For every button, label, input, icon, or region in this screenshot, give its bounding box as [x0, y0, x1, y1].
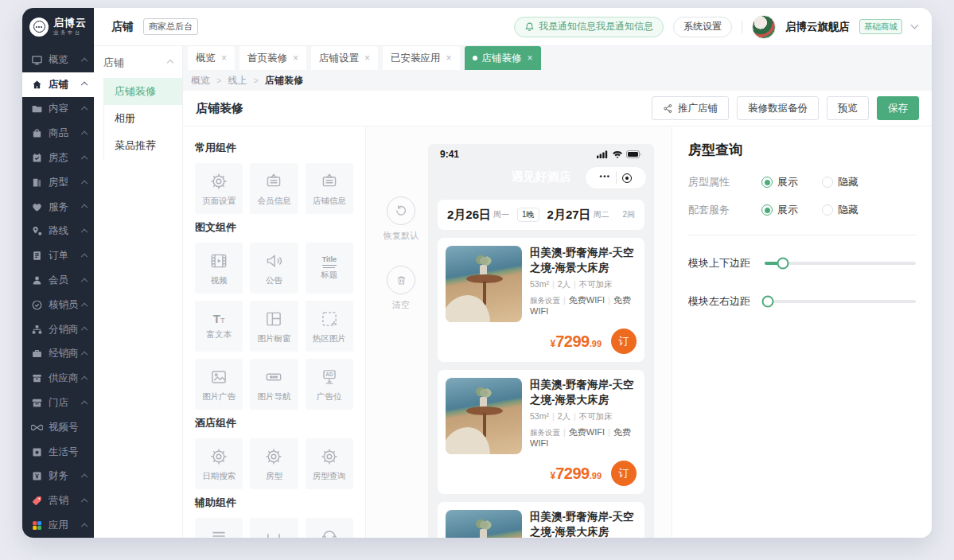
room-card[interactable]: 田美澳-野奢海岸-天空之境-海景大床房 53m²|2人|不可加床 服务设置|免费… — [438, 238, 644, 362]
book-button[interactable]: 订 — [611, 461, 637, 486]
sidebar-item-route[interactable]: 路线 — [22, 220, 94, 244]
sidebar-item-distributors[interactable]: 分销商 — [22, 317, 94, 342]
save-button[interactable]: 保存 — [877, 96, 919, 120]
tab-overview[interactable]: 概览× — [188, 46, 235, 70]
nights-pill: 1晚 — [517, 208, 539, 222]
brand-logo-icon — [29, 18, 49, 37]
radio-hide[interactable]: 隐藏 — [822, 203, 859, 217]
sidebar-item-stores[interactable]: 门店 — [22, 391, 94, 415]
book-button[interactable]: 订 — [611, 329, 637, 354]
avatar[interactable] — [752, 15, 776, 39]
room-card[interactable]: 田美澳-野奢海岸-天空之境-海景大床房 53m²|2人|不可加床 服务设置|免费… — [438, 370, 644, 494]
sidebar-item-room-type[interactable]: 房型 — [22, 170, 94, 195]
component-image-window[interactable]: 图片橱窗 — [250, 301, 298, 352]
option-label: 配套服务 — [688, 203, 761, 217]
tab-installed-apps[interactable]: 已安装应用× — [383, 46, 460, 70]
promote-shop-button[interactable]: 推广店铺 — [652, 96, 729, 120]
component-palette: 常用组件 页面设置 会员信息 — [183, 126, 366, 538]
sidebar-item-verifier[interactable]: 核销员 — [22, 293, 94, 317]
sidebar-item-content[interactable]: 内容 — [22, 97, 94, 122]
nav-dots-icon — [263, 367, 284, 387]
component-title[interactable]: Title 标题 — [306, 243, 353, 294]
component-date-search[interactable]: 日期搜索 — [195, 438, 243, 489]
sidebar-item-life-account[interactable]: 生活号 — [22, 440, 94, 465]
store-type-badge: 基础商城 — [859, 19, 902, 34]
finance-icon — [31, 470, 43, 482]
sidebar-item-video-channel[interactable]: 视频号 — [22, 415, 94, 440]
tab-shop-decoration[interactable]: 店铺装修× — [465, 46, 541, 70]
section-title: 酒店组件 — [195, 416, 353, 430]
close-icon[interactable]: × — [446, 52, 452, 64]
section-title: 图文组件 — [195, 220, 353, 235]
sidebar-item-suppliers[interactable]: 供应商 — [22, 366, 94, 391]
room-card[interactable]: 田美澳-野奢海岸-天空之境-海景大床房 53m²|2人|不可加床 服务设置|免费… — [438, 502, 644, 538]
sidebar-item-orders[interactable]: 订单 — [22, 243, 94, 268]
close-icon[interactable]: × — [364, 52, 370, 64]
badge-icon — [319, 171, 340, 192]
component-page-settings[interactable]: 页面设置 — [195, 163, 243, 214]
component-helper-blank[interactable]: 辅助空白 — [250, 518, 298, 538]
restore-default-button[interactable]: 恢复默认 — [384, 196, 419, 242]
brand-tagline: 业务中台 — [53, 30, 87, 36]
battery-icon — [626, 150, 642, 158]
component-video[interactable]: 视频 — [195, 243, 243, 294]
radio-show[interactable]: 展示 — [761, 203, 798, 217]
channels-icon — [31, 422, 43, 434]
gear-icon — [319, 446, 340, 467]
vertical-margin-slider[interactable] — [765, 262, 916, 265]
submenu-item-shop-decoration[interactable]: 店铺装修 — [104, 78, 182, 105]
chevron-down-icon[interactable] — [911, 21, 919, 29]
slider-label: 模块左右边距 — [688, 294, 765, 309]
component-member-info[interactable]: 会员信息 — [250, 163, 298, 214]
slider-knob[interactable] — [777, 258, 789, 270]
sidebar-item-goods[interactable]: 商品 — [22, 121, 94, 146]
close-icon[interactable]: × — [528, 52, 533, 64]
notification-pill[interactable]: 我是通知信息我是通知信息 — [514, 17, 664, 37]
submenu-header[interactable]: 店铺 — [94, 46, 182, 78]
phone-preview: 9:41 遇见好酒店 ••• — [428, 144, 654, 538]
sidebar-item-room-status[interactable]: 房态 — [22, 146, 94, 170]
component-room-query[interactable]: 房型查询 — [306, 438, 353, 489]
component-richtext[interactable]: TT 富文本 — [195, 301, 243, 352]
header-divider — [742, 21, 742, 33]
submenu-item-dish-recommend[interactable]: 菜品推荐 — [104, 132, 182, 159]
route-pin-icon — [31, 225, 43, 237]
horizontal-margin-slider[interactable] — [765, 300, 916, 303]
sidebar-item-service[interactable]: 服务 — [22, 195, 94, 220]
life-icon — [31, 446, 43, 458]
sidebar-item-members[interactable]: 会员 — [22, 268, 94, 293]
component-hotzone-image[interactable]: 热区图片 — [306, 301, 353, 352]
tab-home-decoration[interactable]: 首页装修× — [239, 46, 306, 70]
clear-button[interactable]: 清空 — [387, 266, 415, 311]
sidebar-item-finance[interactable]: 财务 — [22, 465, 94, 489]
system-settings-button[interactable]: 系统设置 — [673, 17, 732, 37]
component-image-ad[interactable]: 图片广告 — [195, 359, 243, 410]
component-image-nav[interactable]: 图片导航 — [250, 359, 298, 410]
preview-button[interactable]: 预览 — [827, 96, 869, 120]
sidebar-item-marketing[interactable]: 营销 — [22, 488, 94, 513]
component-ad-slot[interactable]: AD 广告位 — [306, 359, 353, 410]
heart-icon — [31, 201, 43, 213]
radio-hide[interactable]: 隐藏 — [822, 175, 859, 189]
sidebar-item-apps[interactable]: 应用 — [22, 513, 94, 538]
sidebar-item-overview[interactable]: 概览 — [22, 48, 94, 72]
component-announcement[interactable]: 公告 — [250, 243, 298, 294]
slider-knob[interactable] — [762, 296, 774, 308]
gear-icon — [208, 171, 229, 192]
close-icon[interactable]: × — [293, 52, 298, 64]
date-search-widget[interactable]: 2月26日 周一 1晚 2月27日 周二 2间 — [438, 200, 644, 230]
tab-shop-settings[interactable]: 店铺设置× — [311, 46, 378, 70]
radio-show[interactable]: 展示 — [761, 175, 798, 189]
sidebar-item-shop[interactable]: 店铺 — [22, 72, 94, 97]
section-title: 常用组件 — [195, 141, 353, 155]
backup-button[interactable]: 装修数据备份 — [737, 96, 819, 120]
org-icon — [31, 324, 43, 336]
sidebar-item-dealers[interactable]: 经销商 — [22, 342, 94, 367]
component-shop-info[interactable]: 店铺信息 — [306, 163, 353, 214]
component-helper-line[interactable]: 辅助线 — [195, 518, 243, 538]
close-icon[interactable]: × — [221, 52, 227, 64]
submenu-item-album[interactable]: 相册 — [104, 105, 182, 132]
component-customer-service[interactable]: 客服 — [306, 518, 353, 538]
room-price: ¥7299.99 — [551, 465, 602, 483]
component-room-type[interactable]: 房型 — [250, 438, 298, 489]
